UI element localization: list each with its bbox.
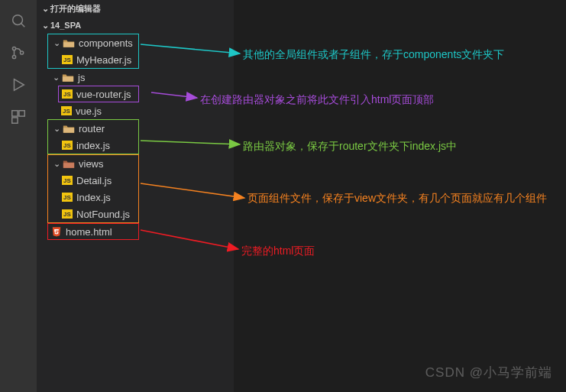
- source-control-icon[interactable]: [0, 37, 37, 69]
- folder-router[interactable]: ⌄ router: [48, 120, 138, 137]
- file-label: vue.js: [76, 105, 102, 117]
- run-debug-icon[interactable]: [0, 69, 37, 101]
- svg-marker-5: [15, 79, 24, 91]
- svg-point-3: [12, 55, 15, 58]
- project-section[interactable]: ⌄ 14_SPA: [37, 17, 234, 34]
- project-name-label: 14_SPA: [50, 21, 81, 30]
- group-components: ⌄ components JS MyHeader.js: [47, 34, 139, 69]
- chevron-down-icon: ⌄: [50, 73, 61, 83]
- svg-point-4: [20, 51, 23, 54]
- file-label: MyHeader.js: [76, 54, 131, 66]
- extensions-icon[interactable]: [0, 101, 37, 133]
- folder-components[interactable]: ⌄ components: [48, 34, 138, 51]
- svg-point-2: [12, 47, 15, 50]
- search-icon[interactable]: [0, 5, 37, 37]
- file-label: Index.js: [76, 192, 111, 203]
- file-index-view[interactable]: JS Index.js: [48, 189, 138, 206]
- svg-point-0: [13, 15, 23, 25]
- svg-rect-8: [12, 118, 18, 123]
- folder-label: js: [78, 72, 85, 83]
- chevron-down-icon: ⌄: [40, 4, 50, 14]
- js-icon: JS: [62, 193, 73, 202]
- file-notfound[interactable]: JS NotFound.js: [48, 206, 138, 222]
- open-editors-section[interactable]: ⌄ 打开的编辑器: [37, 0, 234, 17]
- html-icon: [51, 226, 62, 237]
- folder-icon: [62, 122, 76, 134]
- activity-bar: [0, 0, 37, 392]
- file-label: index.js: [76, 140, 110, 151]
- folder-label: views: [79, 158, 104, 170]
- explorer-sidebar: ⌄ 打开的编辑器 ⌄ 14_SPA ⌄ components JS MyHead…: [37, 0, 234, 392]
- file-label: Detail.js: [76, 175, 112, 186]
- folder-js[interactable]: ⌄ js: [47, 69, 234, 86]
- folder-label: components: [79, 37, 133, 49]
- svg-rect-7: [19, 111, 24, 116]
- chevron-down-icon: ⌄: [51, 124, 62, 134]
- chevron-down-icon: ⌄: [51, 38, 62, 48]
- folder-icon: [61, 71, 75, 83]
- js-icon: JS: [62, 89, 73, 99]
- svg-rect-6: [12, 111, 18, 116]
- file-label: NotFound.js: [76, 209, 130, 220]
- annotation-home: 完整的html页面: [241, 242, 315, 261]
- group-views: ⌄ views JS Detail.js JS Index.js JS NotF…: [47, 154, 139, 223]
- file-label: vue-router.js: [76, 89, 131, 100]
- js-icon: JS: [62, 209, 73, 219]
- folder-views[interactable]: ⌄ views: [48, 155, 138, 172]
- watermark: CSDN @小马学前端: [425, 364, 552, 381]
- chevron-down-icon: ⌄: [40, 21, 50, 31]
- annotation-views: 页面组件文件，保存于view文件夹，有几个页面就应有几个组件: [247, 190, 547, 208]
- file-detail[interactable]: JS Detail.js: [48, 172, 138, 189]
- js-icon: JS: [62, 176, 73, 185]
- file-vue-router[interactable]: JS vue-router.js: [58, 86, 139, 102]
- file-label: home.html: [66, 226, 112, 238]
- chevron-down-icon: ⌄: [51, 159, 62, 169]
- file-myheader[interactable]: JS MyHeader.js: [48, 51, 138, 68]
- file-home-html[interactable]: home.html: [47, 223, 139, 240]
- open-editors-label: 打开的编辑器: [50, 3, 101, 15]
- annotation-components: 其他的全局组件或者子组件，存于components文件夹下: [243, 46, 504, 64]
- folder-label: router: [79, 123, 105, 134]
- js-icon: JS: [62, 55, 73, 64]
- group-router: ⌄ router JS index.js: [47, 119, 139, 154]
- folder-icon: [62, 157, 76, 170]
- file-index[interactable]: JS index.js: [48, 137, 138, 154]
- js-icon: JS: [61, 106, 72, 115]
- annotation-router: 路由器对象，保存于router文件夹下index.js中: [243, 138, 457, 156]
- annotation-vue-router: 在创建路由器对象之前将此文件引入html页面顶部: [200, 91, 434, 109]
- folder-icon: [62, 37, 76, 49]
- js-icon: JS: [62, 141, 73, 150]
- svg-line-1: [21, 24, 24, 27]
